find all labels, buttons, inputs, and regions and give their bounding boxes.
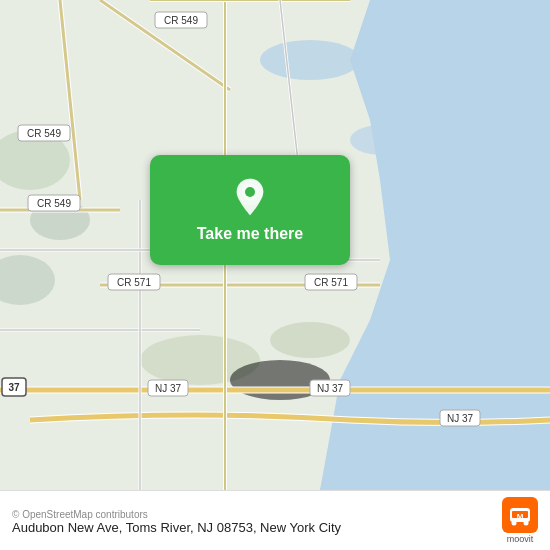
svg-text:CR 571: CR 571 [314,277,348,288]
svg-point-11 [270,322,350,358]
svg-text:M: M [517,512,524,521]
map-container: CR 549 CR 549 CR 549 CR 571 CR 571 NJ 37… [0,0,550,490]
svg-point-7 [260,40,360,80]
address-text: Audubon New Ave, Toms River, NJ 08753, N… [12,520,341,535]
moovit-icon: M [502,497,538,533]
bottom-bar: © OpenStreetMap contributors Audubon New… [0,490,550,550]
svg-point-56 [245,187,255,197]
svg-text:CR 549: CR 549 [27,128,61,139]
moovit-logo: M moovit [502,497,538,544]
svg-text:NJ 37: NJ 37 [447,413,474,424]
svg-point-60 [512,521,517,526]
bottom-info: © OpenStreetMap contributors Audubon New… [12,507,341,535]
svg-marker-3 [320,390,550,490]
svg-point-61 [524,521,529,526]
svg-text:37: 37 [8,382,20,393]
svg-text:NJ 37: NJ 37 [317,383,344,394]
osm-credit: © OpenStreetMap contributors [12,509,341,520]
take-me-there-button[interactable]: Take me there [150,155,350,265]
svg-text:CR 549: CR 549 [37,198,71,209]
button-label: Take me there [197,225,303,243]
svg-point-8 [350,125,410,155]
svg-text:NJ 37: NJ 37 [155,383,182,394]
moovit-text: moovit [507,534,534,544]
svg-text:CR 571: CR 571 [117,277,151,288]
svg-text:CR 549: CR 549 [164,15,198,26]
location-pin-icon [230,177,270,217]
